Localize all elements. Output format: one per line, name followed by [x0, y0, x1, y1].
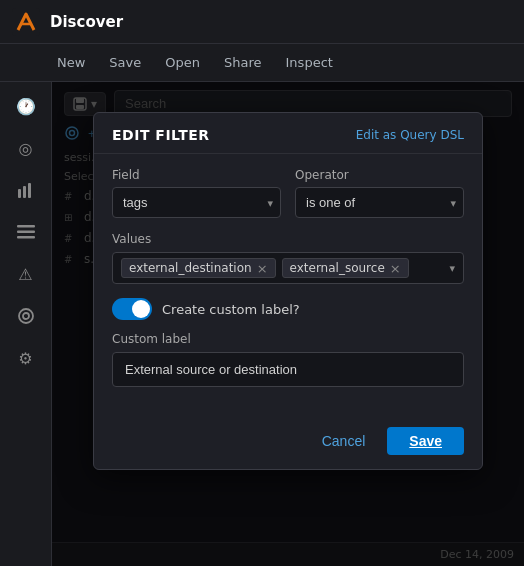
sidebar-icon-filter[interactable] [12, 302, 40, 330]
modal-header: EDIT FILTER Edit as Query DSL [94, 113, 482, 154]
modal-title: EDIT FILTER [112, 127, 210, 143]
cancel-button[interactable]: Cancel [310, 427, 378, 455]
sidebar-icon-gear[interactable]: ⚙ [12, 344, 40, 372]
nav-new[interactable]: New [55, 51, 87, 74]
operator-group: Operator is one of is is not exists ▾ [295, 168, 464, 218]
create-custom-label-toggle[interactable] [112, 298, 152, 320]
app-title: Discover [50, 13, 123, 31]
sidebar-icon-chart[interactable] [12, 176, 40, 204]
modal-footer: Cancel Save [94, 417, 482, 469]
nav-share[interactable]: Share [222, 51, 264, 74]
toggle-row: Create custom label? [112, 298, 464, 320]
sidebar: 🕐 ◎ ⚠ ⚙ [0, 82, 52, 566]
field-operator-row: Field tags source destination ▾ [112, 168, 464, 218]
value-tag-external-source: external_source × [282, 258, 409, 278]
value-tag-external-destination: external_destination × [121, 258, 276, 278]
save-button[interactable]: Save [387, 427, 464, 455]
svg-rect-4 [17, 225, 35, 228]
main-content: ▾ + Add filter sessi... Select # d... ⊞ … [52, 82, 524, 566]
operator-select[interactable]: is one of is is not exists [295, 187, 464, 218]
modal-overlay: EDIT FILTER Edit as Query DSL Field tags… [52, 82, 524, 566]
values-dropdown-chevron[interactable]: ▾ [449, 262, 455, 275]
values-input-row[interactable]: external_destination × external_source ×… [112, 252, 464, 284]
operator-select-wrapper: is one of is is not exists ▾ [295, 187, 464, 218]
svg-rect-6 [17, 236, 35, 239]
field-select-wrapper: tags source destination ▾ [112, 187, 281, 218]
field-group: Field tags source destination ▾ [112, 168, 281, 218]
values-section: Values external_destination × external_s… [112, 232, 464, 284]
nav-inspect[interactable]: Inspect [284, 51, 335, 74]
svg-point-8 [23, 313, 29, 319]
sidebar-icon-alert[interactable]: ⚠ [12, 260, 40, 288]
value-tag-close-source[interactable]: × [390, 262, 401, 275]
value-tag-close-destination[interactable]: × [257, 262, 268, 275]
sidebar-icon-time[interactable]: 🕐 [12, 92, 40, 120]
custom-label-input[interactable] [112, 352, 464, 387]
modal-body: Field tags source destination ▾ [94, 154, 482, 417]
topbar: Discover [0, 0, 524, 44]
field-select[interactable]: tags source destination [112, 187, 281, 218]
nav-save[interactable]: Save [107, 51, 143, 74]
operator-label: Operator [295, 168, 464, 182]
edit-as-query-dsl-link[interactable]: Edit as Query DSL [356, 128, 464, 142]
layout: 🕐 ◎ ⚠ ⚙ [0, 82, 524, 566]
svg-rect-1 [18, 189, 21, 198]
navbar: New Save Open Share Inspect [0, 44, 524, 82]
svg-point-7 [19, 309, 33, 323]
custom-label-title: Custom label [112, 332, 464, 346]
svg-rect-3 [28, 183, 31, 198]
svg-rect-0 [12, 8, 40, 36]
sidebar-icon-list[interactable] [12, 218, 40, 246]
sidebar-icon-target[interactable]: ◎ [12, 134, 40, 162]
app-logo [12, 8, 40, 36]
svg-rect-5 [17, 231, 35, 234]
toggle-label: Create custom label? [162, 302, 300, 317]
custom-label-section: Custom label [112, 332, 464, 387]
toggle-knob [132, 300, 150, 318]
value-tag-text-source: external_source [290, 261, 385, 275]
value-tag-text: external_destination [129, 261, 252, 275]
nav-open[interactable]: Open [163, 51, 202, 74]
svg-rect-2 [23, 186, 26, 198]
values-label: Values [112, 232, 464, 246]
edit-filter-modal: EDIT FILTER Edit as Query DSL Field tags… [93, 112, 483, 470]
field-label: Field [112, 168, 281, 182]
